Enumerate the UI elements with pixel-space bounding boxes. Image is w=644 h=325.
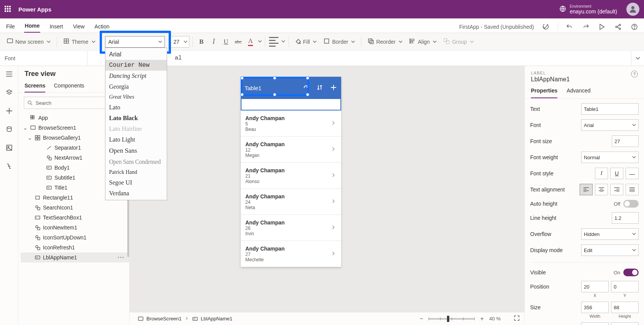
prop-font-select[interactable]: Arial [581,119,639,131]
bold-button[interactable]: B [196,36,207,48]
chevron-right-icon[interactable] [332,172,336,179]
chevron-right-icon[interactable] [332,224,336,231]
info-icon[interactable]: ? [631,71,638,78]
zoom-out-button[interactable]: − [418,315,425,322]
gallery-row[interactable]: Andy Champan5Beau [241,111,341,137]
prop-fontweight-select[interactable]: Normal [581,152,639,163]
menu-insert[interactable]: Insert [49,21,64,33]
phone-preview[interactable]: Table1 Andy Champan5BeauAndy Champan12Me… [241,77,341,267]
font-option[interactable]: Dancing Script [105,71,167,81]
menu-view[interactable]: View [72,21,85,33]
media-icon[interactable] [5,144,13,152]
app-launcher-icon[interactable] [5,6,12,13]
fullscreen-icon[interactable] [514,315,520,322]
props-tab-advanced[interactable]: Advanced [567,86,590,98]
breadcrumb-item[interactable]: BrowseScreen1 [134,315,186,323]
tree-view-icon[interactable] [5,88,13,97]
formula-input[interactable]: al [87,51,631,66]
prop-autoheight-toggle[interactable] [623,200,639,208]
environment-picker[interactable]: Environment enayu.com (default) [560,4,617,15]
prop-overflow-select[interactable]: Hidden [581,228,639,240]
font-dropdown[interactable]: Arial ArialCourier NewDancing ScriptGeor… [105,36,165,48]
tree-node[interactable]: IconNewItem1 [21,223,129,233]
props-tab-properties[interactable]: Properties [531,86,557,98]
menu-home[interactable]: Home [24,20,41,33]
tree-tab-screens[interactable]: Screens [25,80,45,92]
chevron-right-icon[interactable] [332,198,336,205]
prop-y-input[interactable]: 0 [611,281,639,292]
font-option[interactable]: Lato [105,102,167,113]
italic-button[interactable]: I [208,36,220,48]
prop-fontsize-input[interactable]: 27 [612,135,639,147]
zoom-slider[interactable]: − + [418,315,485,322]
font-dropdown-list[interactable]: ArialCourier NewDancing ScriptGeorgiaGre… [105,48,167,200]
gallery-row[interactable]: Andy Champan12Megan [241,137,341,163]
font-option[interactable]: Arial [105,49,167,60]
align-left[interactable] [580,184,593,195]
undo-icon[interactable] [566,23,574,31]
font-option[interactable]: Lato Hairline [105,124,167,134]
prop-height-input[interactable]: 88 [611,302,639,313]
fill-button[interactable]: Fill [292,36,320,47]
menu-file[interactable]: File [5,21,16,33]
fontstyle-italic[interactable]: I [595,168,608,179]
search-box[interactable] [241,99,341,111]
font-option[interactable]: Open Sans [105,145,167,157]
gallery-row[interactable]: Andy Champan21Alonso [241,163,341,189]
share-icon[interactable] [614,23,623,31]
sort-icon[interactable] [316,84,324,92]
font-color-button[interactable]: A [245,36,256,48]
prop-width-input[interactable]: 356 [581,302,609,313]
border-button[interactable]: Border [320,36,358,47]
prop-text-input[interactable]: Table1 [581,103,639,115]
add-icon[interactable] [330,84,337,92]
gallery-row[interactable]: Andy Champan27Mechelle [241,241,341,267]
font-option[interactable]: Lato Black [105,113,167,124]
text-align-button[interactable] [268,36,280,48]
tree-node[interactable]: TextSearchBox1 [21,213,129,223]
hamburger-icon[interactable] [5,70,13,78]
data-icon[interactable] [5,125,13,134]
chevron-right-icon[interactable] [332,120,336,127]
strikethrough-button[interactable]: abc [233,36,244,48]
prop-visible-toggle[interactable] [623,269,639,276]
font-option[interactable]: Verdana [105,188,167,199]
font-option[interactable]: Segoe UI [105,177,167,188]
canvas[interactable]: Table1 Andy Champan5BeauAndy Champan12Me… [130,66,524,325]
account-avatar[interactable] [626,3,639,16]
tree-node[interactable]: IconRefresh1 [21,243,129,252]
fontstyle-underline[interactable]: U [610,168,623,179]
underline-button[interactable]: U [220,36,232,48]
chevron-right-icon[interactable] [332,146,336,153]
font-option[interactable]: Great Vibes [105,92,167,102]
font-option[interactable]: Georgia [105,81,167,92]
breadcrumb-item[interactable]: LblAppName1 [189,315,236,323]
font-size-input[interactable]: 27 [170,36,189,48]
property-selector[interactable]: Font [0,51,87,66]
align-button[interactable]: Align [406,36,440,47]
theme-button[interactable]: Theme [60,36,99,47]
prop-padtop-input[interactable]: 5 [581,322,609,325]
add-icon[interactable] [5,107,13,115]
tree-node[interactable]: LblAppName1··· [21,252,129,262]
new-screen-button[interactable]: New screen [4,36,54,47]
align-right[interactable] [610,184,623,195]
align-justify[interactable] [626,184,639,195]
help-icon[interactable] [630,23,639,31]
play-icon[interactable] [598,23,606,31]
font-input[interactable]: Arial [105,36,165,48]
redo-icon[interactable] [582,23,590,31]
fontstyle-strike[interactable]: — [626,168,639,179]
more-icon[interactable]: ··· [118,254,125,261]
chevron-right-icon[interactable] [332,251,336,257]
gallery-row[interactable]: Andy Champan24Neta [241,189,341,215]
tree-tab-components[interactable]: Components [54,80,84,92]
gallery-row[interactable]: Andy Champan26Irvin [241,215,341,241]
formula-expand-button[interactable] [631,51,644,66]
zoom-in-button[interactable]: + [478,315,485,322]
font-option[interactable]: Lato Light [105,134,167,145]
app-title-label[interactable]: Table1 [245,85,296,91]
menu-action[interactable]: Action [94,21,110,33]
font-option[interactable]: Patrick Hand [105,167,167,177]
prop-padbottom-input[interactable]: 5 [611,322,639,325]
